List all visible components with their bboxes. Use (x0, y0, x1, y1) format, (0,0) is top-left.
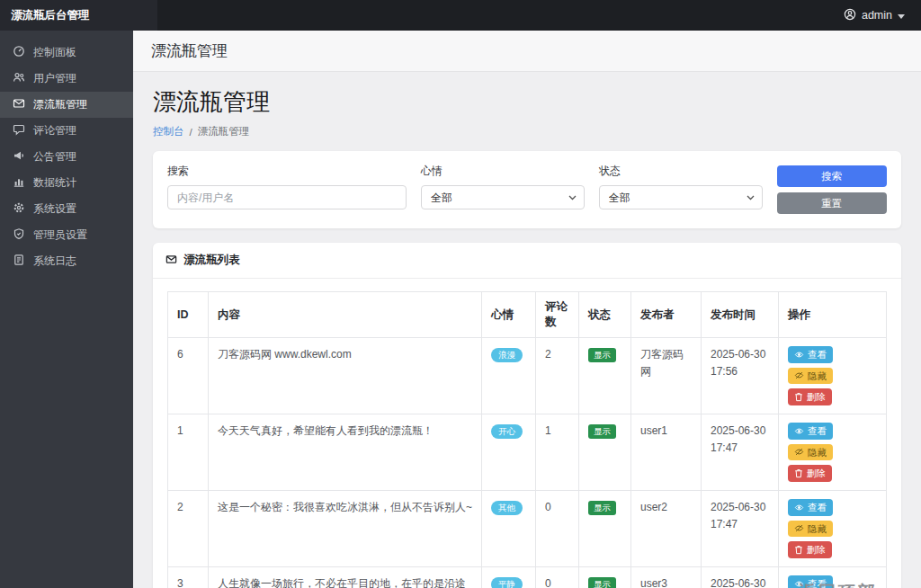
envelope-icon (165, 254, 177, 268)
column-header-actions: 操作 (779, 292, 887, 338)
table-row: 3 人生就像一场旅行，不必在乎目的地，在乎的是沿途的风景以及看风景的心情。 平静… (168, 567, 887, 588)
user-menu[interactable]: admin (827, 0, 921, 31)
chevron-down-icon (898, 14, 905, 19)
eye-icon (794, 351, 804, 359)
bottle-content: 今天天气真好，希望能有人看到我的漂流瓶！ (209, 414, 482, 491)
status-select[interactable]: 全部 (599, 185, 763, 209)
shield-icon (13, 227, 25, 243)
cutoff-watermark: 返回顶部 (799, 581, 878, 588)
sidebar-item-label: 管理员设置 (33, 227, 87, 243)
users-icon (13, 71, 25, 86)
breadcrumb: 控制台 / 漂流瓶管理 (153, 125, 901, 138)
section-title: 漂流瓶管理 (151, 40, 228, 61)
publish-time: 2025-06-30 17:47 (702, 491, 779, 567)
bottle-id: 2 (168, 491, 209, 567)
delete-button[interactable]: 删除 (788, 388, 832, 405)
eye-slash-icon (794, 371, 804, 379)
table-header-row: ID 内容 心情 评论数 状态 发布者 发布时间 操作 (168, 292, 887, 338)
table-row: 6 刀客源码网 www.dkewl.com 浪漫 2 显示 刀客源码网 2025… (168, 338, 887, 414)
sidebar-item-bottles[interactable]: 漂流瓶管理 (0, 92, 133, 118)
view-button[interactable]: 查看 (788, 346, 833, 363)
eye-icon (794, 503, 804, 512)
publisher: user3 (631, 567, 702, 588)
gear-icon (13, 201, 25, 217)
delete-button[interactable]: 删除 (788, 541, 832, 558)
bottle-content: 刀客源码网 www.dkewl.com (209, 338, 482, 414)
topbar-spacer (157, 0, 827, 31)
section-header: 漂流瓶管理 (133, 31, 921, 72)
breadcrumb-home-link[interactable]: 控制台 (153, 125, 184, 138)
column-header-id: ID (168, 292, 209, 338)
hide-button[interactable]: 隐藏 (788, 521, 833, 538)
mood-badge: 开心 (491, 424, 523, 439)
sidebar-item-dashboard[interactable]: 控制面板 (0, 40, 133, 66)
sidebar-item-announcements[interactable]: 公告管理 (0, 144, 133, 170)
search-button[interactable]: 搜索 (777, 165, 887, 187)
chart-icon (13, 175, 25, 191)
trash-icon (794, 545, 803, 555)
search-input[interactable] (167, 185, 407, 209)
sidebar-item-statistics[interactable]: 数据统计 (0, 170, 133, 196)
column-header-mood: 心情 (482, 292, 536, 338)
bottle-id: 3 (168, 567, 209, 588)
comment-count: 0 (536, 491, 579, 567)
view-button[interactable]: 查看 (788, 499, 833, 516)
sidebar-item-users[interactable]: 用户管理 (0, 66, 133, 92)
dashboard-icon (13, 45, 25, 60)
column-header-comments: 评论数 (536, 292, 579, 338)
status-badge: 显示 (588, 577, 616, 588)
sidebar-item-settings[interactable]: 系统设置 (0, 196, 133, 222)
eye-slash-icon (794, 524, 804, 532)
comment-icon (13, 123, 25, 138)
sidebar-item-label: 用户管理 (33, 71, 76, 86)
log-file-icon (13, 254, 25, 269)
bottle-content: 人生就像一场旅行，不必在乎目的地，在乎的是沿途的风景以及看风景的心情。 (209, 567, 482, 588)
view-button[interactable]: 查看 (788, 423, 833, 440)
reset-button[interactable]: 重置 (777, 192, 887, 214)
sidebar-item-admins[interactable]: 管理员设置 (0, 222, 133, 248)
envelope-icon (13, 97, 25, 112)
comment-count: 1 (536, 414, 579, 491)
sidebar-item-label: 数据统计 (33, 175, 76, 191)
publish-time: 2025-06-30 17:47 (702, 414, 779, 491)
sidebar-item-label: 系统日志 (33, 254, 76, 269)
status-badge: 显示 (588, 501, 616, 515)
hide-button[interactable]: 隐藏 (788, 368, 833, 385)
comment-count: 0 (536, 567, 579, 588)
mood-select[interactable]: 全部 (421, 185, 585, 209)
sidebar-item-label: 漂流瓶管理 (33, 97, 87, 112)
status-badge: 显示 (588, 424, 616, 439)
bottle-table: ID 内容 心情 评论数 状态 发布者 发布时间 操作 (167, 291, 887, 588)
topbar: 漂流瓶后台管理 admin (0, 0, 921, 31)
bottle-content: 这是一个秘密：我很喜欢吃冰淇淋，但从不告诉别人~ (209, 491, 482, 567)
filter-panel: 搜索 心情 全部 状态 全部 (153, 151, 901, 228)
search-label: 搜索 (167, 164, 407, 179)
status-badge: 显示 (588, 348, 616, 362)
status-label: 状态 (599, 164, 763, 179)
main-area: 漂流瓶管理 漂流瓶管理 控制台 / 漂流瓶管理 搜索 心情 全部 (133, 31, 921, 588)
sidebar-item-label: 控制面板 (33, 45, 76, 60)
column-header-publisher: 发布者 (631, 292, 702, 338)
page-title: 漂流瓶管理 (153, 86, 901, 118)
sidebar-item-label: 系统设置 (33, 201, 76, 217)
column-header-time: 发布时间 (702, 292, 779, 338)
sidebar: 控制面板 用户管理 漂流瓶管理 评论管理 公告管理 数据统计 系统设置 管理员 (0, 31, 133, 588)
breadcrumb-current: 漂流瓶管理 (198, 125, 250, 138)
column-header-status: 状态 (579, 292, 631, 338)
publish-time: 2025-06-30 17:56 (702, 338, 779, 414)
table-row: 1 今天天气真好，希望能有人看到我的漂流瓶！ 开心 1 显示 user1 202… (168, 414, 887, 491)
eye-slash-icon (794, 448, 804, 456)
column-header-content: 内容 (209, 292, 482, 338)
card-title: 漂流瓶列表 (183, 253, 240, 268)
publisher: user1 (631, 414, 702, 491)
sidebar-item-logs[interactable]: 系统日志 (0, 248, 133, 274)
megaphone-icon (13, 149, 25, 165)
bottle-id: 1 (168, 414, 209, 491)
publish-time: 2025-06-30 17:47 (702, 567, 779, 588)
hide-button[interactable]: 隐藏 (788, 444, 833, 461)
mood-badge: 浪漫 (491, 348, 523, 362)
delete-button[interactable]: 删除 (788, 465, 832, 482)
trash-icon (794, 468, 803, 478)
app-brand: 漂流瓶后台管理 (0, 0, 157, 31)
sidebar-item-comments[interactable]: 评论管理 (0, 118, 133, 144)
